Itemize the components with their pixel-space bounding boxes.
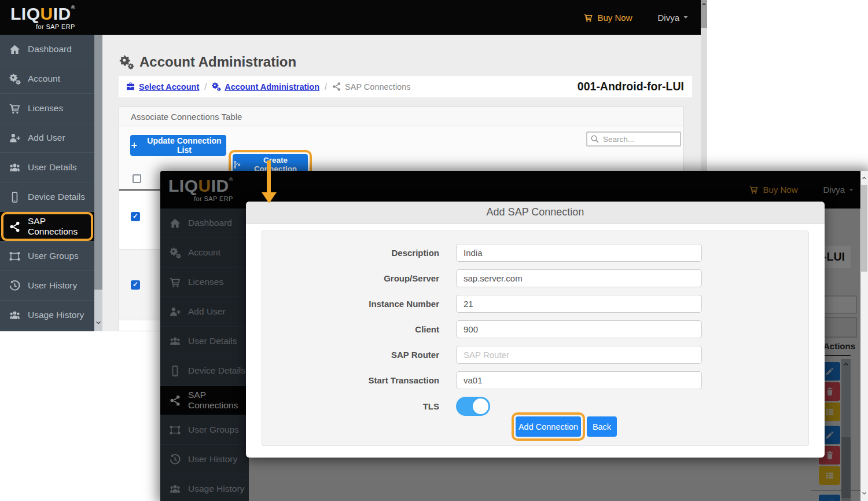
sidebar-item-device-details[interactable]: Device Details (0, 182, 94, 212)
sidebar-item-label: Licenses (28, 103, 63, 114)
annotation-arrow-line (267, 160, 271, 193)
topbar-right: Buy Now Divya (583, 13, 689, 23)
chevron-down-icon (95, 320, 101, 326)
sidebar-item-sap-connections[interactable]: SAP Connections (0, 212, 94, 242)
branch-icon (233, 160, 241, 169)
share-icon (332, 82, 341, 92)
sidebar-item-label: Device Details (28, 192, 85, 202)
field-instance-number-input[interactable] (456, 295, 702, 313)
main-topbar: LIQUID® for SAP ERP Buy Now Divya (0, 0, 701, 35)
select-all-checkbox[interactable] (133, 174, 141, 183)
gears-icon (9, 73, 21, 85)
screen: LIQUID® for SAP ERP Buy Now Divya Dashbo… (0, 0, 868, 501)
field-start-transaction-input[interactable] (456, 371, 702, 389)
sidebar-item-dashboard[interactable]: Dashboard (0, 35, 94, 64)
sidebar-item-label: SAP Connections (28, 216, 94, 237)
field-sap-router: SAP Router (262, 346, 808, 364)
field-label: Instance Number (262, 299, 439, 309)
main-sidebar: DashboardAccountLicensesAdd UserUser Det… (0, 35, 94, 331)
caret-down-icon (682, 14, 689, 21)
overlay-window-scrollbar-thumb[interactable] (861, 185, 867, 272)
field-label: SAP Router (262, 350, 439, 360)
breadcrumb: Select Account / Account Administration … (119, 76, 692, 97)
field-description-input[interactable] (456, 244, 702, 262)
field-label: Client (262, 324, 439, 334)
buy-now-button[interactable]: Buy Now (583, 13, 632, 23)
share-icon (9, 221, 21, 233)
field-start-transaction: Start Transaction (262, 371, 808, 389)
gears-icon (211, 82, 221, 92)
search-box (586, 131, 681, 147)
sidebar-item-label: Add User (28, 133, 65, 143)
history-icon (9, 280, 21, 292)
field-client-input[interactable] (456, 320, 702, 338)
panel-title: Associate Connections Table (119, 107, 683, 126)
briefcase-icon (126, 82, 135, 92)
sidebar-item-user-groups[interactable]: User Groups (0, 242, 94, 271)
logo-text: LIQUID® (10, 5, 75, 23)
sidebar-item-add-user[interactable]: Add User (0, 123, 94, 153)
sidebar-item-licenses[interactable]: Licenses (0, 94, 94, 123)
sidebar-item-user-history[interactable]: User History (0, 271, 94, 301)
row-checkbox[interactable] (131, 280, 140, 290)
logo-tagline: for SAP ERP (10, 24, 75, 30)
field-group-server: Group/Server (262, 269, 808, 287)
cart-icon (9, 103, 21, 115)
breadcrumb-select-account[interactable]: Select Account (139, 82, 199, 92)
sidebar-item-label: Dashboard (28, 44, 72, 54)
field-label: Group/Server (262, 273, 439, 283)
chevron-down-icon (862, 491, 867, 496)
user-plus-icon (9, 132, 21, 144)
sidebar-item-label: Account (28, 74, 60, 84)
modal-form: DescriptionGroup/ServerInstance NumberCl… (262, 231, 809, 446)
field-sap-router-input[interactable] (456, 346, 702, 364)
sidebar-item-usage-history[interactable]: Usage History (0, 301, 94, 330)
account-name: 001-Android-for-LUI (578, 80, 692, 93)
search-icon (590, 134, 599, 144)
sidebar-item-label: User Details (28, 162, 76, 173)
modal-title: Add SAP Connection (246, 202, 825, 224)
plus-icon (130, 141, 138, 149)
update-connection-list-button[interactable]: Update Connection List (130, 135, 226, 156)
gears-icon (119, 54, 134, 70)
mobile-icon (9, 191, 21, 203)
sidebar-item-label: Usage History (28, 310, 84, 320)
tls-row: TLS (262, 397, 808, 416)
sidebar-item-label: User History (28, 280, 77, 291)
field-group-server-input[interactable] (456, 269, 702, 287)
add-connection-button[interactable]: Add Connection (516, 416, 581, 437)
liquid-logo: LIQUID® for SAP ERP (10, 5, 75, 30)
search-input[interactable] (587, 133, 680, 145)
field-label: Start Transaction (262, 375, 439, 385)
sidebar-scrollbar[interactable] (94, 35, 102, 331)
page-title: Account Administration (139, 54, 296, 70)
field-description: Description (262, 244, 808, 262)
annotation-arrow-head (262, 192, 277, 203)
object-group-icon (9, 250, 21, 262)
add-sap-connection-modal: Add SAP Connection DescriptionGroup/Serv… (246, 202, 825, 458)
sidebar-scrollbar-thumb[interactable] (94, 35, 102, 290)
user-menu[interactable]: Divya (657, 13, 689, 23)
back-button[interactable]: Back (587, 416, 617, 437)
breadcrumb-current: SAP Connections (345, 82, 410, 92)
sidebar-item-account[interactable]: Account (0, 64, 94, 94)
tls-toggle[interactable] (456, 397, 490, 416)
users-icon (9, 162, 21, 174)
home-icon (9, 43, 21, 56)
field-label: Description (262, 248, 439, 258)
overlay-screenshot-window: LIQUID® for SAP ERP Buy Now Divya Dashbo… (160, 171, 868, 501)
sidebar-item-label: User Groups (28, 251, 79, 261)
sidebar-item-user-details[interactable]: User Details (0, 153, 94, 182)
add-connection-highlight: Add Connection (516, 416, 581, 437)
toggle-knob (473, 398, 488, 414)
chevron-up-icon (862, 175, 867, 181)
overlay-window-scrollbar[interactable] (860, 171, 868, 501)
field-client: Client (262, 320, 808, 338)
field-instance-number: Instance Number (262, 295, 808, 313)
page-header: Account Administration (119, 54, 296, 70)
chevron-up-icon (701, 2, 707, 7)
modal-fields: DescriptionGroup/ServerInstance NumberCl… (262, 244, 808, 389)
cart-icon (583, 13, 593, 23)
breadcrumb-account-administration[interactable]: Account Administration (225, 82, 319, 92)
row-checkbox[interactable] (131, 212, 140, 221)
